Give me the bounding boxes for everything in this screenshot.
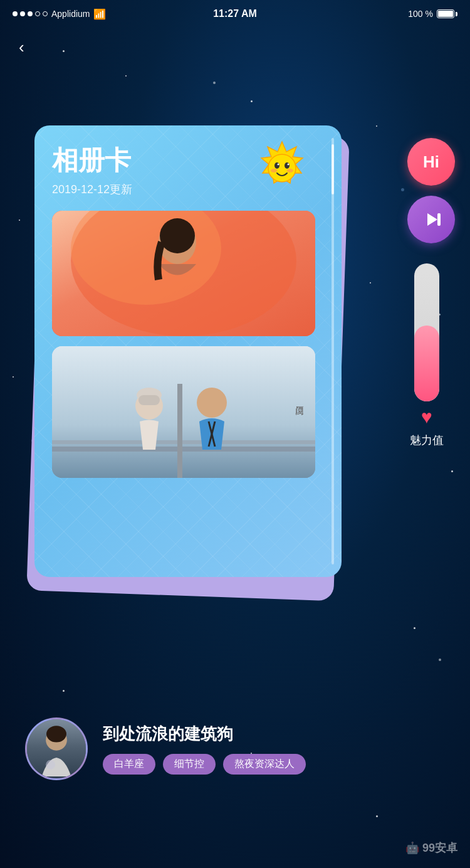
photo2: 厦门 bbox=[52, 346, 315, 478]
svg-point-12 bbox=[160, 218, 195, 253]
meter-fill bbox=[414, 326, 439, 401]
battery-fill bbox=[438, 11, 453, 17]
svg-marker-21 bbox=[427, 213, 437, 226]
main-card[interactable]: 相册卡 2019-12-12更新 bbox=[34, 125, 342, 577]
charm-label: 魅力值 bbox=[410, 433, 444, 448]
svg-rect-15 bbox=[52, 440, 315, 444]
photo1-inner bbox=[52, 211, 315, 336]
status-bar: Applidium 📶 11:27 AM 100 % bbox=[0, 0, 470, 28]
svg-point-26 bbox=[46, 760, 55, 770]
user-tags: 白羊座 细节控 熬夜资深达人 bbox=[103, 754, 445, 775]
status-right: 100 % bbox=[408, 9, 457, 19]
watermark-text: 99安卓 bbox=[422, 842, 457, 854]
back-button[interactable]: ‹ bbox=[19, 38, 24, 57]
svg-point-6 bbox=[271, 169, 277, 172]
status-left: Applidium 📶 bbox=[13, 8, 106, 20]
watermark-icon: 🤖 bbox=[405, 842, 422, 854]
svg-point-7 bbox=[287, 169, 293, 172]
user-name: 到处流浪的建筑狗 bbox=[103, 723, 445, 745]
watermark: 🤖 99安卓 bbox=[405, 840, 457, 855]
hi-button[interactable]: Hi bbox=[407, 138, 455, 186]
svg-point-3 bbox=[285, 162, 290, 169]
meter-track bbox=[414, 263, 439, 401]
tag-0[interactable]: 白羊座 bbox=[103, 754, 155, 775]
avatar bbox=[25, 717, 88, 780]
svg-point-4 bbox=[278, 164, 279, 166]
dot1 bbox=[13, 11, 18, 16]
wifi-icon: 📶 bbox=[93, 8, 106, 20]
background: Applidium 📶 11:27 AM 100 % ‹ 相册卡 2019-12… bbox=[0, 0, 470, 868]
play-button[interactable] bbox=[407, 196, 455, 243]
tag-1[interactable]: 细节控 bbox=[163, 754, 216, 775]
svg-rect-14 bbox=[52, 447, 315, 452]
battery-tip bbox=[456, 12, 457, 16]
time-display: 11:27 AM bbox=[213, 8, 257, 19]
dot4 bbox=[35, 11, 40, 16]
dot3 bbox=[28, 11, 33, 16]
svg-rect-19 bbox=[138, 395, 160, 405]
svg-point-20 bbox=[197, 388, 227, 418]
svg-point-2 bbox=[274, 162, 279, 169]
card-scrollbar-thumb bbox=[332, 144, 334, 194]
tag-2[interactable]: 熬夜资深达人 bbox=[223, 754, 306, 775]
svg-rect-16 bbox=[177, 384, 182, 478]
dot2 bbox=[20, 11, 25, 16]
svg-rect-13 bbox=[52, 346, 315, 478]
svg-point-25 bbox=[46, 726, 66, 742]
dot5 bbox=[43, 11, 48, 16]
battery-indicator bbox=[437, 9, 457, 18]
carrier-label: Applidium bbox=[51, 9, 90, 19]
battery-body bbox=[437, 9, 454, 18]
card-scrollbar bbox=[332, 138, 334, 564]
svg-point-1 bbox=[268, 154, 296, 182]
avatar-inner bbox=[27, 719, 86, 778]
photo1 bbox=[52, 211, 315, 336]
sun-icon bbox=[254, 140, 310, 197]
right-panel: Hi bbox=[407, 138, 455, 243]
signal-dots bbox=[13, 11, 48, 16]
svg-point-5 bbox=[288, 164, 290, 166]
photo2-inner: 厦门 bbox=[52, 346, 315, 478]
charm-meter: ♥ 魅力值 bbox=[410, 263, 444, 448]
battery-percent: 100 % bbox=[408, 9, 433, 19]
user-profile: 到处流浪的建筑狗 白羊座 细节控 熬夜资深达人 bbox=[0, 717, 470, 780]
svg-rect-22 bbox=[437, 213, 441, 226]
heart-icon: ♥ bbox=[421, 406, 432, 428]
user-info: 到处流浪的建筑狗 白羊座 细节控 熬夜资深达人 bbox=[103, 723, 445, 775]
